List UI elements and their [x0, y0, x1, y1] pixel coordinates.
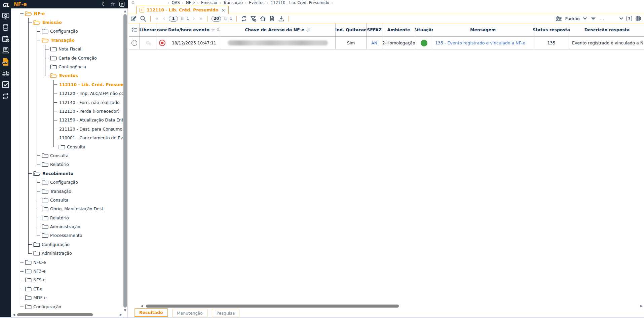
tree-item[interactable]: Relatório — [11, 160, 123, 169]
tree-item[interactable]: 112110 - Lib. Créd. Presumido — [11, 80, 123, 89]
scroll-right-icon[interactable]: ▶ — [120, 313, 122, 316]
home-icon[interactable] — [260, 15, 266, 22]
tree-item[interactable]: CT-e — [11, 284, 123, 293]
document-icon[interactable] — [269, 15, 275, 22]
tree-item[interactable]: Emissão — [11, 18, 123, 27]
view-chevron-down-icon[interactable] — [583, 17, 587, 20]
tree-item[interactable]: Configuração — [11, 178, 123, 186]
sefaz-link[interactable]: AN — [371, 40, 377, 45]
tree-item[interactable]: 112150 - Atualização Data Entre — [11, 116, 123, 125]
transfer-arrows-icon[interactable] — [1, 92, 10, 100]
laptop-document-icon[interactable] — [1, 46, 10, 55]
tree-item[interactable]: Administração — [11, 222, 123, 231]
search-icon[interactable] — [140, 15, 146, 22]
prev-page-icon[interactable]: ‹ — [162, 16, 166, 21]
breadcrumb-item[interactable]: NF-e — [186, 0, 195, 5]
panel-chevron-down-icon[interactable] — [619, 17, 623, 20]
filter-lines-icon[interactable] — [590, 15, 596, 22]
page-size-input[interactable]: 20 — [212, 16, 221, 22]
col-liberar[interactable]: Liberar — [140, 23, 156, 37]
help-icon[interactable]: ? — [627, 16, 632, 21]
scroll-left-icon[interactable]: ◀ — [13, 313, 15, 316]
tree-horizontal-scrollbar[interactable]: ◀ ▶ — [13, 313, 122, 317]
mensagem-link[interactable]: 135 - Evento registrado e vinculado a NF… — [435, 40, 525, 45]
tree-item[interactable]: NFC-e — [11, 258, 123, 267]
size-drag-handle-icon[interactable]: ⠿ — [224, 17, 227, 21]
edit-icon[interactable] — [130, 15, 137, 22]
breadcrumb-item[interactable]: 112110 - Lib. Créd. Presumido — [271, 0, 329, 5]
tree-item[interactable]: MDF-e — [11, 293, 123, 302]
tree-hscroll-thumb[interactable] — [17, 313, 93, 316]
col-status-resposta[interactable]: Status resposta — [533, 23, 570, 37]
scroll-left-icon[interactable]: ◀ — [141, 305, 143, 308]
scroll-down-icon[interactable]: ▼ — [124, 309, 126, 312]
table-row[interactable]: ⚙⚙ 18/12/2025 10:47:11 Sim AN 2-Homologa… — [129, 37, 644, 49]
col-ambiente[interactable]: Ambiente — [382, 23, 415, 37]
tree-item[interactable]: Consulta — [11, 196, 123, 204]
tree-item[interactable]: NFS-e — [11, 276, 123, 284]
tree-item[interactable]: 110001 - Cancelamento de Even — [11, 133, 123, 142]
row-select-radio[interactable] — [131, 40, 137, 46]
col-chave[interactable]: Chave de Acesso da NF-e — [220, 23, 336, 37]
scroll-up-icon[interactable]: ▲ — [124, 10, 126, 13]
truck-check-icon[interactable] — [1, 69, 10, 77]
schedule-icon[interactable] — [1, 35, 10, 43]
tree-item[interactable]: Configuração — [11, 302, 123, 311]
tree-item[interactable]: NF3-e — [11, 267, 123, 275]
sort-asc-icon[interactable] — [211, 28, 215, 32]
tree-item[interactable]: Relatório — [11, 213, 123, 222]
refresh-icon[interactable] — [241, 15, 247, 22]
gl-logo[interactable]: GL — [2, 1, 9, 9]
tree-item[interactable]: Obrig. Manifestação Dest. — [11, 205, 123, 213]
tree-item[interactable]: Carta de Correção — [11, 54, 123, 62]
nfe-file-icon[interactable]: NF-e — [1, 58, 10, 66]
tab-112110[interactable]: i 112110 - Lib. Créd. Presumido × — [136, 6, 229, 14]
next-page-icon[interactable]: › — [192, 16, 195, 21]
breadcrumb-item[interactable]: Eventos — [249, 0, 264, 5]
cancel-stop-icon[interactable] — [159, 40, 165, 46]
help-icon[interactable]: ? — [119, 2, 124, 7]
tree-item[interactable]: Consulta — [11, 151, 123, 160]
tab-pesquisa[interactable]: Pesquisa — [212, 309, 240, 317]
tree-item[interactable]: Configuração — [11, 240, 123, 249]
current-page-input[interactable]: 1 — [169, 16, 178, 22]
tree-item[interactable]: Transação — [11, 36, 123, 44]
favorite-star-icon[interactable]: ☆ — [111, 2, 115, 7]
col-sefaz[interactable]: SEFAZ — [367, 23, 382, 37]
tree-item[interactable]: Eventos — [11, 71, 123, 80]
col-data-hora[interactable]: Data/hora evento — [168, 23, 220, 37]
tree-item[interactable]: 112140 - Forn. não realizado — [11, 98, 123, 107]
tasks-check-icon[interactable] — [1, 80, 10, 89]
tree-item[interactable]: Configuração — [11, 27, 123, 36]
liberar-gears-icon[interactable]: ⚙⚙ — [146, 40, 150, 45]
more-options[interactable]: ... — [600, 16, 605, 21]
column-search-icon[interactable] — [217, 28, 220, 32]
col-ind-quitacao[interactable]: Ind. Quitacao — [336, 23, 367, 37]
col-descricao-resposta[interactable]: Descrição resposta — [570, 23, 644, 37]
tree-item[interactable]: 112130 - Perda (Fornecedor) — [11, 107, 123, 115]
tab-resultado[interactable]: Resultado — [135, 308, 168, 317]
breadcrumb-item[interactable]: Transação — [223, 0, 243, 5]
col-situacao[interactable]: Situação — [415, 23, 433, 37]
sort-desc-icon[interactable] — [306, 28, 311, 32]
breadcrumb-item[interactable]: Emissão — [201, 0, 217, 5]
view-selector[interactable]: Padrão — [565, 16, 580, 21]
tree-item[interactable]: Consulta — [11, 142, 123, 151]
tree-item[interactable]: 112120 - Imp. ALC/ZFM não con — [11, 89, 123, 98]
scroll-right-icon[interactable]: ▶ — [640, 305, 643, 308]
first-page-icon[interactable]: « — [155, 16, 159, 21]
select-all-checklist-icon[interactable] — [129, 23, 140, 37]
breadcrumb-item[interactable]: QAS — [172, 0, 180, 5]
column-settings-icon[interactable] — [556, 15, 562, 22]
breadcrumb-gear-icon[interactable]: ⚙ — [131, 0, 135, 5]
tree-item[interactable]: Nota Fiscal — [11, 45, 123, 54]
database-icon[interactable] — [1, 23, 10, 32]
tree-item[interactable]: Contingência — [11, 62, 123, 71]
tree-item[interactable]: Recebimento — [11, 169, 123, 178]
tree-vertical-scrollbar[interactable]: ▲ ▼ — [123, 10, 127, 312]
tree-item[interactable]: NF-e — [11, 9, 123, 18]
tree-item[interactable]: Administração — [11, 249, 123, 258]
grid-horizontal-scrollbar[interactable]: ◀ ▶ — [141, 304, 643, 308]
page-drag-handle-icon[interactable]: ⠿ — [181, 17, 184, 21]
download-icon[interactable] — [278, 15, 285, 22]
